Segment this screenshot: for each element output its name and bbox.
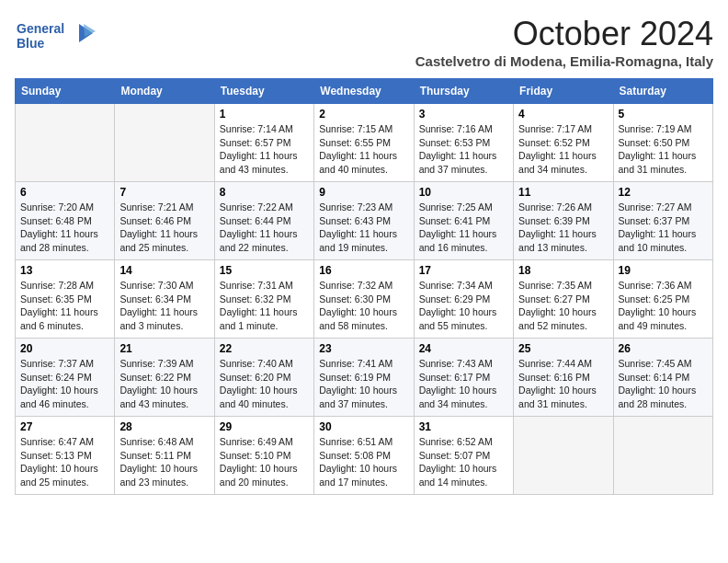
calendar-cell	[16, 104, 115, 182]
calendar-cell: 12Sunrise: 7:27 AM Sunset: 6:37 PM Dayli…	[613, 182, 712, 260]
day-number: 15	[220, 264, 309, 277]
day-detail: Sunrise: 7:26 AM Sunset: 6:39 PM Dayligh…	[518, 201, 608, 255]
day-detail: Sunrise: 7:34 AM Sunset: 6:29 PM Dayligh…	[419, 279, 508, 333]
day-number: 10	[419, 186, 508, 199]
day-detail: Sunrise: 7:25 AM Sunset: 6:41 PM Dayligh…	[419, 201, 508, 255]
calendar-cell: 2Sunrise: 7:15 AM Sunset: 6:55 PM Daylig…	[314, 104, 414, 182]
day-detail: Sunrise: 6:52 AM Sunset: 5:07 PM Dayligh…	[419, 435, 508, 489]
calendar-cell: 15Sunrise: 7:31 AM Sunset: 6:32 PM Dayli…	[214, 260, 313, 339]
month-title: October 2024	[415, 15, 713, 53]
weekday-header-monday: Monday	[115, 79, 214, 104]
weekday-header-wednesday: Wednesday	[314, 79, 414, 104]
calendar-cell: 23Sunrise: 7:41 AM Sunset: 6:19 PM Dayli…	[314, 339, 414, 417]
calendar-body: 1Sunrise: 7:14 AM Sunset: 6:57 PM Daylig…	[16, 104, 713, 495]
logo: General Blue	[15, 15, 97, 57]
day-number: 13	[20, 264, 109, 277]
day-number: 1	[220, 108, 309, 121]
day-number: 3	[419, 108, 508, 121]
day-number: 9	[319, 186, 408, 199]
day-detail: Sunrise: 7:44 AM Sunset: 6:16 PM Dayligh…	[518, 357, 608, 411]
day-number: 4	[518, 108, 608, 121]
day-number: 6	[20, 186, 109, 199]
day-detail: Sunrise: 7:45 AM Sunset: 6:14 PM Dayligh…	[619, 357, 708, 411]
day-number: 26	[619, 342, 708, 355]
calendar-cell: 16Sunrise: 7:32 AM Sunset: 6:30 PM Dayli…	[314, 260, 414, 339]
calendar-cell	[115, 104, 214, 182]
day-number: 23	[319, 342, 408, 355]
calendar-week-5: 27Sunrise: 6:47 AM Sunset: 5:13 PM Dayli…	[16, 417, 713, 495]
calendar-cell: 4Sunrise: 7:17 AM Sunset: 6:52 PM Daylig…	[514, 104, 613, 182]
calendar-week-3: 13Sunrise: 7:28 AM Sunset: 6:35 PM Dayli…	[16, 260, 713, 339]
day-detail: Sunrise: 7:28 AM Sunset: 6:35 PM Dayligh…	[20, 279, 109, 333]
day-detail: Sunrise: 7:37 AM Sunset: 6:24 PM Dayligh…	[20, 357, 109, 411]
day-number: 22	[220, 342, 309, 355]
calendar-cell: 18Sunrise: 7:35 AM Sunset: 6:27 PM Dayli…	[514, 260, 613, 339]
svg-text:General: General	[17, 21, 64, 36]
weekday-header-thursday: Thursday	[414, 79, 513, 104]
weekday-header-tuesday: Tuesday	[214, 79, 313, 104]
calendar-cell: 3Sunrise: 7:16 AM Sunset: 6:53 PM Daylig…	[414, 104, 513, 182]
calendar-cell: 22Sunrise: 7:40 AM Sunset: 6:20 PM Dayli…	[214, 339, 313, 417]
day-number: 20	[20, 342, 109, 355]
calendar-week-1: 1Sunrise: 7:14 AM Sunset: 6:57 PM Daylig…	[16, 104, 713, 182]
day-detail: Sunrise: 7:43 AM Sunset: 6:17 PM Dayligh…	[419, 357, 508, 411]
calendar-week-4: 20Sunrise: 7:37 AM Sunset: 6:24 PM Dayli…	[16, 339, 713, 417]
calendar-cell: 6Sunrise: 7:20 AM Sunset: 6:48 PM Daylig…	[16, 182, 115, 260]
day-detail: Sunrise: 6:48 AM Sunset: 5:11 PM Dayligh…	[119, 435, 209, 489]
calendar-cell: 30Sunrise: 6:51 AM Sunset: 5:08 PM Dayli…	[314, 417, 414, 495]
svg-text:Blue: Blue	[17, 36, 45, 51]
calendar-cell: 28Sunrise: 6:48 AM Sunset: 5:11 PM Dayli…	[115, 417, 214, 495]
calendar-cell: 25Sunrise: 7:44 AM Sunset: 6:16 PM Dayli…	[514, 339, 613, 417]
calendar-cell: 10Sunrise: 7:25 AM Sunset: 6:41 PM Dayli…	[414, 182, 513, 260]
day-detail: Sunrise: 7:22 AM Sunset: 6:44 PM Dayligh…	[220, 201, 309, 255]
day-number: 28	[119, 420, 209, 433]
calendar-header: SundayMondayTuesdayWednesdayThursdayFrid…	[16, 79, 713, 104]
day-detail: Sunrise: 7:32 AM Sunset: 6:30 PM Dayligh…	[319, 279, 408, 333]
top-row: General Blue October 2024 Castelvetro di…	[15, 15, 713, 71]
day-detail: Sunrise: 7:19 AM Sunset: 6:50 PM Dayligh…	[619, 122, 708, 177]
day-detail: Sunrise: 7:36 AM Sunset: 6:25 PM Dayligh…	[619, 279, 708, 333]
calendar-cell: 29Sunrise: 6:49 AM Sunset: 5:10 PM Dayli…	[214, 417, 313, 495]
day-number: 31	[419, 420, 508, 433]
calendar-cell: 11Sunrise: 7:26 AM Sunset: 6:39 PM Dayli…	[514, 182, 613, 260]
day-detail: Sunrise: 6:51 AM Sunset: 5:08 PM Dayligh…	[319, 435, 408, 489]
title-area: October 2024 Castelvetro di Modena, Emil…	[415, 15, 713, 69]
day-detail: Sunrise: 7:17 AM Sunset: 6:52 PM Dayligh…	[518, 122, 608, 177]
day-number: 7	[119, 186, 209, 199]
day-detail: Sunrise: 7:27 AM Sunset: 6:37 PM Dayligh…	[619, 201, 708, 255]
calendar-cell: 27Sunrise: 6:47 AM Sunset: 5:13 PM Dayli…	[16, 417, 115, 495]
weekday-header-sunday: Sunday	[16, 79, 115, 104]
day-number: 29	[220, 420, 309, 433]
calendar-cell: 1Sunrise: 7:14 AM Sunset: 6:57 PM Daylig…	[214, 104, 313, 182]
day-detail: Sunrise: 7:40 AM Sunset: 6:20 PM Dayligh…	[220, 357, 309, 411]
day-number: 8	[220, 186, 309, 199]
calendar-cell: 31Sunrise: 6:52 AM Sunset: 5:07 PM Dayli…	[414, 417, 513, 495]
calendar-week-2: 6Sunrise: 7:20 AM Sunset: 6:48 PM Daylig…	[16, 182, 713, 260]
calendar-table: SundayMondayTuesdayWednesdayThursdayFrid…	[15, 78, 713, 495]
day-number: 19	[619, 264, 708, 277]
day-number: 11	[518, 186, 608, 199]
day-detail: Sunrise: 6:47 AM Sunset: 5:13 PM Dayligh…	[20, 435, 109, 489]
day-number: 16	[319, 264, 408, 277]
day-number: 27	[20, 420, 109, 433]
day-number: 21	[119, 342, 209, 355]
calendar-cell: 7Sunrise: 7:21 AM Sunset: 6:46 PM Daylig…	[115, 182, 214, 260]
calendar-cell	[514, 417, 613, 495]
calendar-cell: 24Sunrise: 7:43 AM Sunset: 6:17 PM Dayli…	[414, 339, 513, 417]
day-detail: Sunrise: 7:35 AM Sunset: 6:27 PM Dayligh…	[518, 279, 608, 333]
day-detail: Sunrise: 7:41 AM Sunset: 6:19 PM Dayligh…	[319, 357, 408, 411]
day-detail: Sunrise: 7:20 AM Sunset: 6:48 PM Dayligh…	[20, 201, 109, 255]
day-number: 5	[619, 108, 708, 121]
day-detail: Sunrise: 7:31 AM Sunset: 6:32 PM Dayligh…	[220, 279, 309, 333]
day-number: 30	[319, 420, 408, 433]
day-detail: Sunrise: 7:39 AM Sunset: 6:22 PM Dayligh…	[119, 357, 209, 411]
day-detail: Sunrise: 7:23 AM Sunset: 6:43 PM Dayligh…	[319, 201, 408, 255]
weekday-header-friday: Friday	[514, 79, 613, 104]
calendar-cell: 20Sunrise: 7:37 AM Sunset: 6:24 PM Dayli…	[16, 339, 115, 417]
day-detail: Sunrise: 7:30 AM Sunset: 6:34 PM Dayligh…	[119, 279, 209, 333]
calendar-cell: 19Sunrise: 7:36 AM Sunset: 6:25 PM Dayli…	[613, 260, 712, 339]
day-detail: Sunrise: 6:49 AM Sunset: 5:10 PM Dayligh…	[220, 435, 309, 489]
calendar-cell: 26Sunrise: 7:45 AM Sunset: 6:14 PM Dayli…	[613, 339, 712, 417]
day-number: 25	[518, 342, 608, 355]
day-detail: Sunrise: 7:16 AM Sunset: 6:53 PM Dayligh…	[419, 122, 508, 177]
